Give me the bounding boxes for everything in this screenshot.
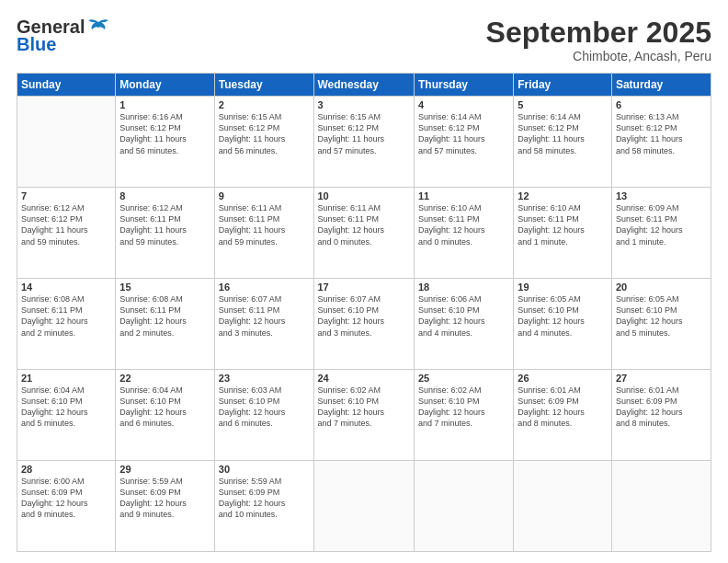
header: General Blue September 2025 Chimbote, An… [17, 17, 711, 63]
week-row-4: 21Sunrise: 6:04 AM Sunset: 6:10 PM Dayli… [17, 370, 711, 461]
day-info: Sunrise: 6:08 AM Sunset: 6:11 PM Dayligh… [119, 293, 210, 339]
day-number: 5 [518, 99, 608, 110]
logo: General Blue [17, 17, 110, 55]
calendar-cell: 7Sunrise: 6:12 AM Sunset: 6:12 PM Daylig… [17, 188, 116, 279]
day-info: Sunrise: 6:10 AM Sunset: 6:11 PM Dayligh… [518, 202, 608, 247]
calendar-cell [313, 461, 414, 552]
day-info: Sunrise: 6:09 AM Sunset: 6:11 PM Dayligh… [616, 202, 707, 247]
day-number: 18 [418, 282, 509, 293]
day-number: 3 [318, 99, 410, 110]
day-number: 7 [21, 190, 111, 201]
week-row-2: 7Sunrise: 6:12 AM Sunset: 6:12 PM Daylig… [17, 188, 711, 279]
calendar-cell: 5Sunrise: 6:14 AM Sunset: 6:12 PM Daylig… [514, 97, 612, 188]
calendar-cell: 16Sunrise: 6:07 AM Sunset: 6:11 PM Dayli… [214, 279, 313, 370]
day-info: Sunrise: 6:01 AM Sunset: 6:09 PM Dayligh… [518, 385, 608, 430]
day-info: Sunrise: 6:12 AM Sunset: 6:11 PM Dayligh… [119, 202, 210, 247]
calendar-cell: 3Sunrise: 6:15 AM Sunset: 6:12 PM Daylig… [313, 97, 414, 188]
calendar-cell: 4Sunrise: 6:14 AM Sunset: 6:12 PM Daylig… [414, 97, 513, 188]
calendar-cell: 26Sunrise: 6:01 AM Sunset: 6:09 PM Dayli… [514, 370, 612, 461]
weekday-header-sunday: Sunday [17, 74, 116, 97]
weekday-header-saturday: Saturday [611, 74, 711, 97]
calendar-cell: 25Sunrise: 6:02 AM Sunset: 6:10 PM Dayli… [414, 370, 513, 461]
calendar-cell: 12Sunrise: 6:10 AM Sunset: 6:11 PM Dayli… [514, 188, 612, 279]
logo-blue: Blue [17, 34, 56, 55]
day-info: Sunrise: 5:59 AM Sunset: 6:09 PM Dayligh… [219, 476, 310, 521]
day-number: 13 [616, 190, 707, 201]
day-number: 11 [418, 190, 509, 201]
week-row-3: 14Sunrise: 6:08 AM Sunset: 6:11 PM Dayli… [17, 279, 711, 370]
location: Chimbote, Ancash, Peru [486, 49, 711, 63]
day-number: 20 [616, 282, 707, 293]
calendar-cell: 8Sunrise: 6:12 AM Sunset: 6:11 PM Daylig… [116, 188, 214, 279]
day-info: Sunrise: 6:07 AM Sunset: 6:11 PM Dayligh… [219, 293, 310, 339]
calendar-cell [414, 461, 513, 552]
calendar-cell: 23Sunrise: 6:03 AM Sunset: 6:10 PM Dayli… [214, 370, 313, 461]
calendar-cell: 2Sunrise: 6:15 AM Sunset: 6:12 PM Daylig… [214, 97, 313, 188]
day-info: Sunrise: 6:15 AM Sunset: 6:12 PM Dayligh… [219, 111, 310, 156]
day-info: Sunrise: 6:11 AM Sunset: 6:11 PM Dayligh… [318, 202, 410, 247]
calendar-cell [611, 461, 711, 552]
day-number: 6 [616, 99, 707, 110]
day-number: 21 [21, 373, 111, 384]
calendar-cell [17, 97, 116, 188]
calendar-cell: 24Sunrise: 6:02 AM Sunset: 6:10 PM Dayli… [313, 370, 414, 461]
day-number: 30 [219, 464, 310, 475]
calendar-cell: 22Sunrise: 6:04 AM Sunset: 6:10 PM Dayli… [116, 370, 214, 461]
weekday-header-monday: Monday [116, 74, 214, 97]
day-number: 9 [219, 190, 310, 201]
weekday-header-friday: Friday [514, 74, 612, 97]
day-info: Sunrise: 5:59 AM Sunset: 6:09 PM Dayligh… [119, 476, 210, 521]
day-info: Sunrise: 6:11 AM Sunset: 6:11 PM Dayligh… [219, 202, 310, 247]
calendar-table: SundayMondayTuesdayWednesdayThursdayFrid… [17, 73, 711, 552]
day-number: 12 [518, 190, 608, 201]
calendar-cell: 19Sunrise: 6:05 AM Sunset: 6:10 PM Dayli… [514, 279, 612, 370]
day-info: Sunrise: 6:14 AM Sunset: 6:12 PM Dayligh… [518, 111, 608, 156]
weekday-header-row: SundayMondayTuesdayWednesdayThursdayFrid… [17, 74, 711, 97]
calendar-cell: 17Sunrise: 6:07 AM Sunset: 6:10 PM Dayli… [313, 279, 414, 370]
calendar-cell: 14Sunrise: 6:08 AM Sunset: 6:11 PM Dayli… [17, 279, 116, 370]
weekday-header-wednesday: Wednesday [313, 74, 414, 97]
day-info: Sunrise: 6:01 AM Sunset: 6:09 PM Dayligh… [616, 385, 707, 430]
day-info: Sunrise: 6:08 AM Sunset: 6:11 PM Dayligh… [21, 293, 111, 339]
calendar-cell: 10Sunrise: 6:11 AM Sunset: 6:11 PM Dayli… [313, 188, 414, 279]
day-info: Sunrise: 6:06 AM Sunset: 6:10 PM Dayligh… [418, 293, 509, 339]
calendar-cell: 28Sunrise: 6:00 AM Sunset: 6:09 PM Dayli… [17, 461, 116, 552]
title-block: September 2025 Chimbote, Ancash, Peru [486, 17, 711, 63]
day-number: 17 [318, 282, 410, 293]
day-number: 22 [119, 373, 210, 384]
day-number: 27 [616, 373, 707, 384]
calendar-cell: 13Sunrise: 6:09 AM Sunset: 6:11 PM Dayli… [611, 188, 711, 279]
day-info: Sunrise: 6:12 AM Sunset: 6:12 PM Dayligh… [21, 202, 111, 247]
day-number: 8 [119, 190, 210, 201]
day-number: 19 [518, 282, 608, 293]
day-info: Sunrise: 6:00 AM Sunset: 6:09 PM Dayligh… [21, 476, 111, 521]
day-number: 15 [119, 282, 210, 293]
day-info: Sunrise: 6:16 AM Sunset: 6:12 PM Dayligh… [119, 111, 210, 156]
calendar-cell: 29Sunrise: 5:59 AM Sunset: 6:09 PM Dayli… [116, 461, 214, 552]
day-info: Sunrise: 6:13 AM Sunset: 6:12 PM Dayligh… [616, 111, 707, 156]
calendar-cell: 20Sunrise: 6:05 AM Sunset: 6:10 PM Dayli… [611, 279, 711, 370]
day-number: 4 [418, 99, 509, 110]
logo-bird-icon [86, 18, 110, 37]
day-number: 28 [21, 464, 111, 475]
day-number: 2 [219, 99, 310, 110]
calendar-cell: 1Sunrise: 6:16 AM Sunset: 6:12 PM Daylig… [116, 97, 214, 188]
day-number: 14 [21, 282, 111, 293]
calendar-cell: 18Sunrise: 6:06 AM Sunset: 6:10 PM Dayli… [414, 279, 513, 370]
calendar-cell: 9Sunrise: 6:11 AM Sunset: 6:11 PM Daylig… [214, 188, 313, 279]
day-info: Sunrise: 6:04 AM Sunset: 6:10 PM Dayligh… [119, 385, 210, 430]
weekday-header-tuesday: Tuesday [214, 74, 313, 97]
day-number: 23 [219, 373, 310, 384]
day-number: 25 [418, 373, 509, 384]
day-info: Sunrise: 6:10 AM Sunset: 6:11 PM Dayligh… [418, 202, 509, 247]
day-number: 29 [119, 464, 210, 475]
calendar-cell: 11Sunrise: 6:10 AM Sunset: 6:11 PM Dayli… [414, 188, 513, 279]
calendar-cell [514, 461, 612, 552]
month-title: September 2025 [486, 17, 711, 49]
day-info: Sunrise: 6:04 AM Sunset: 6:10 PM Dayligh… [21, 385, 111, 430]
day-info: Sunrise: 6:02 AM Sunset: 6:10 PM Dayligh… [318, 385, 410, 430]
weekday-header-thursday: Thursday [414, 74, 513, 97]
calendar-cell: 21Sunrise: 6:04 AM Sunset: 6:10 PM Dayli… [17, 370, 116, 461]
day-number: 26 [518, 373, 608, 384]
week-row-5: 28Sunrise: 6:00 AM Sunset: 6:09 PM Dayli… [17, 461, 711, 552]
